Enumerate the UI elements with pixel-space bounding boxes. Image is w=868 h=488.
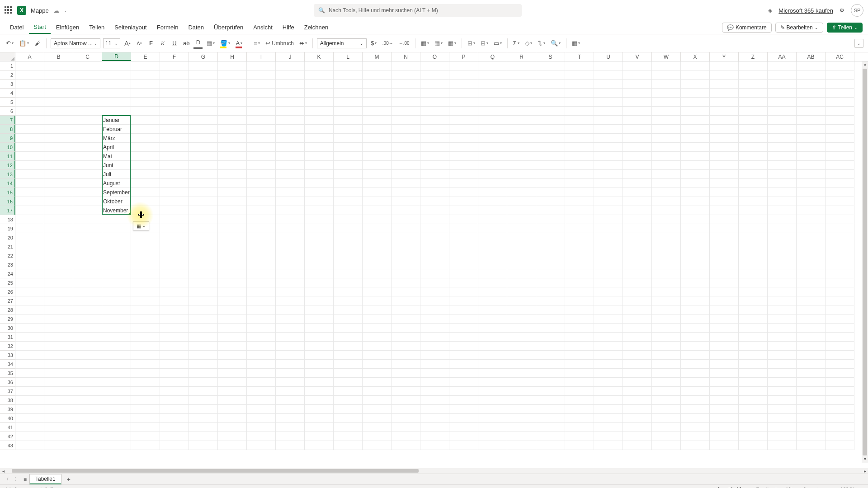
cell[interactable] (392, 61, 420, 70)
cell[interactable] (15, 314, 44, 324)
cell[interactable] (623, 278, 652, 287)
cell[interactable] (160, 134, 189, 143)
fill-color-button[interactable]: 🪣▾ (219, 38, 231, 49)
column-header[interactable]: AB (797, 52, 826, 61)
cell[interactable] (623, 333, 652, 342)
cell[interactable] (44, 387, 73, 396)
cell[interactable] (218, 233, 247, 242)
cell[interactable] (623, 324, 652, 333)
cell[interactable] (478, 396, 507, 405)
cell[interactable] (478, 206, 507, 215)
cell[interactable] (826, 423, 854, 432)
cell[interactable] (305, 179, 334, 188)
cell[interactable] (652, 333, 681, 342)
cell[interactable] (449, 251, 478, 260)
cell[interactable] (565, 70, 594, 80)
cell[interactable] (276, 405, 305, 414)
cell[interactable] (652, 260, 681, 269)
cell[interactable] (449, 61, 478, 70)
cell[interactable] (623, 224, 652, 233)
cell[interactable] (15, 333, 44, 342)
cell[interactable] (102, 215, 131, 224)
cell[interactable] (681, 215, 710, 224)
cell[interactable] (305, 89, 334, 98)
cell[interactable] (102, 233, 131, 242)
cell[interactable] (15, 170, 44, 179)
cell[interactable] (218, 342, 247, 351)
cell[interactable] (102, 396, 131, 405)
cell[interactable] (594, 80, 623, 89)
cell[interactable] (652, 197, 681, 206)
cell[interactable] (276, 314, 305, 324)
cell[interactable] (218, 405, 247, 414)
cell[interactable] (420, 61, 449, 70)
cell[interactable] (478, 98, 507, 107)
cell[interactable] (276, 305, 305, 314)
cell[interactable] (449, 378, 478, 387)
cell[interactable] (334, 369, 363, 378)
cell[interactable] (334, 143, 363, 152)
cell[interactable] (507, 260, 536, 269)
cell[interactable] (15, 80, 44, 89)
cell[interactable] (276, 134, 305, 143)
cell[interactable] (218, 61, 247, 70)
cell[interactable] (797, 61, 826, 70)
cell[interactable] (449, 441, 478, 450)
cell[interactable] (218, 351, 247, 360)
cell[interactable] (334, 125, 363, 134)
cell[interactable] (363, 369, 392, 378)
cell[interactable] (710, 224, 739, 233)
cell[interactable] (449, 314, 478, 324)
cell[interactable] (594, 333, 623, 342)
cell[interactable] (189, 423, 218, 432)
cell[interactable] (478, 260, 507, 269)
cell[interactable] (160, 215, 189, 224)
cell[interactable] (392, 287, 420, 296)
cell[interactable] (420, 269, 449, 278)
cell[interactable] (131, 188, 160, 197)
row-header[interactable]: 42 (0, 432, 15, 441)
cell[interactable] (420, 251, 449, 260)
cell[interactable] (826, 215, 854, 224)
cell[interactable] (536, 233, 565, 242)
cell[interactable] (565, 414, 594, 423)
cell[interactable] (392, 296, 420, 305)
cell[interactable] (363, 143, 392, 152)
cell[interactable] (710, 269, 739, 278)
cell[interactable] (710, 414, 739, 423)
cell[interactable] (15, 441, 44, 450)
cell[interactable] (507, 278, 536, 287)
cell[interactable] (681, 206, 710, 215)
cell[interactable] (334, 324, 363, 333)
cell[interactable] (507, 396, 536, 405)
column-header[interactable]: J (276, 52, 305, 61)
cell[interactable] (478, 269, 507, 278)
cell[interactable] (160, 152, 189, 161)
cell[interactable] (44, 396, 73, 405)
cell[interactable] (160, 80, 189, 89)
cell[interactable] (797, 170, 826, 179)
cell[interactable] (420, 441, 449, 450)
cell[interactable] (334, 360, 363, 369)
cell[interactable] (131, 170, 160, 179)
cell[interactable] (478, 333, 507, 342)
cell[interactable] (797, 152, 826, 161)
conditional-format-button[interactable]: ▦▾ (420, 38, 430, 49)
cell[interactable] (334, 287, 363, 296)
cell[interactable] (594, 107, 623, 116)
cell[interactable] (15, 98, 44, 107)
cell[interactable] (73, 360, 102, 369)
cell[interactable] (44, 134, 73, 143)
cell[interactable] (565, 387, 594, 396)
cell[interactable] (652, 134, 681, 143)
cell[interactable] (507, 414, 536, 423)
cell[interactable] (652, 296, 681, 305)
cell[interactable] (797, 333, 826, 342)
cell[interactable] (507, 233, 536, 242)
cell[interactable] (623, 170, 652, 179)
cell[interactable] (594, 369, 623, 378)
cell[interactable] (826, 197, 854, 206)
row-header[interactable]: 31 (0, 333, 15, 342)
cell[interactable] (507, 242, 536, 251)
cell[interactable] (420, 305, 449, 314)
